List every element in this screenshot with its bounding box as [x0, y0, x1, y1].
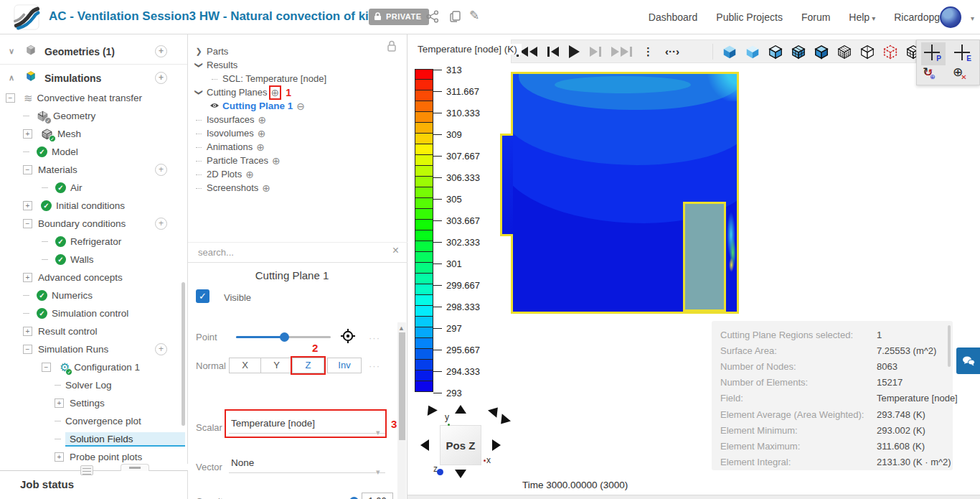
- sidebar-item-geometries[interactable]: ∨ Geometries (1) +: [0, 40, 187, 62]
- pick-center-icon[interactable]: ⊕✕: [953, 65, 967, 81]
- job-status-panel[interactable]: Job status: [0, 470, 188, 499]
- scene-tree-item-isovolumes[interactable]: Isovolumes⊕: [188, 126, 403, 140]
- chevron-down-icon[interactable]: ∨: [9, 47, 19, 56]
- pick-point-button[interactable]: P: [921, 42, 946, 65]
- copy-project-icon[interactable]: [449, 10, 462, 23]
- play-button[interactable]: [569, 45, 580, 58]
- visible-checkbox[interactable]: ✓: [196, 289, 209, 303]
- sidebar-item-settings[interactable]: +Settings: [0, 394, 187, 412]
- remove-item-icon[interactable]: ⊖: [296, 101, 305, 111]
- scene-tree-item-2d-plots[interactable]: 2D Plots⊕: [188, 167, 403, 181]
- sidebar-item-initial-conditions[interactable]: +✓Initial conditions: [0, 197, 187, 215]
- sidebar-item-materials[interactable]: −Materials+: [0, 161, 187, 179]
- sidebar-item-result-control[interactable]: +Result control: [0, 322, 187, 340]
- normal-y-button[interactable]: Y: [260, 358, 293, 373]
- step-forward-button[interactable]: [590, 47, 601, 57]
- rotate-left-arrow[interactable]: [420, 439, 429, 451]
- point-slider-handle[interactable]: [280, 332, 289, 342]
- sidebar-item-solution-fields[interactable]: Solution Fields: [0, 430, 187, 448]
- point-options-icon[interactable]: ···: [369, 332, 380, 343]
- add-item-button[interactable]: +: [155, 218, 167, 230]
- scene-tree-item-cutting-plane-1[interactable]: Cutting Plane 1⊖: [188, 99, 403, 113]
- tree-expander-icon[interactable]: +: [23, 273, 32, 282]
- tree-expander-icon[interactable]: −: [6, 93, 15, 103]
- support-chat-tab[interactable]: [956, 348, 980, 374]
- avatar[interactable]: [940, 6, 961, 28]
- sidebar-item-model[interactable]: ✓Model: [0, 143, 187, 161]
- scene-tree-item-scl-temperature-node-[interactable]: SCL: Temperature [node]: [188, 72, 403, 85]
- tree-expander-icon[interactable]: +: [55, 398, 64, 408]
- visibility-eye-icon[interactable]: [209, 102, 220, 111]
- time-range-icon[interactable]: ‹··›: [665, 45, 679, 57]
- sidebar-item-mesh[interactable]: +✓Mesh: [0, 125, 187, 143]
- render-points-icon[interactable]: [882, 44, 898, 60]
- dropdown-arrow-icon[interactable]: ▾: [376, 467, 380, 477]
- chevron-down-icon[interactable]: ▾: [971, 14, 974, 22]
- sidebar-item-air[interactable]: ✓Air: [0, 179, 187, 197]
- tree-expander-icon[interactable]: +: [23, 327, 32, 336]
- normal-z-button[interactable]: Z: [292, 358, 324, 373]
- nav-forum[interactable]: Forum: [801, 11, 830, 23]
- sidebar-item-probe-point-plots[interactable]: +Probe point plots: [0, 448, 187, 464]
- roll-ccw-arrow[interactable]: [496, 414, 511, 427]
- add-cutting-planes-icon[interactable]: ⊕: [271, 88, 280, 98]
- tree-expander-icon[interactable]: +: [55, 452, 64, 462]
- view-face-button[interactable]: Pos Z: [440, 425, 481, 465]
- scene-tree-item-animations[interactable]: Animations⊕: [188, 140, 403, 154]
- sidebar-item-numerics[interactable]: ✓Numerics: [0, 286, 187, 304]
- render-outline-icon[interactable]: [814, 44, 829, 60]
- nav-username[interactable]: Ricardopg: [894, 11, 940, 23]
- scene-tree-item-isosurfaces[interactable]: Isosurfaces⊕: [188, 113, 403, 126]
- scene-tree-item-cutting-planes[interactable]: ❯Cutting Planes⊕1: [188, 85, 403, 99]
- tree-expander-icon[interactable]: +: [23, 129, 32, 139]
- search-input[interactable]: [198, 245, 381, 260]
- nav-public-projects[interactable]: Public Projects: [716, 11, 783, 23]
- normal-x-button[interactable]: X: [229, 358, 261, 373]
- point-slider[interactable]: [236, 336, 331, 338]
- render-wireframe-icon[interactable]: [859, 44, 875, 60]
- opacity-value-input[interactable]: 1.00: [362, 493, 393, 499]
- add-screenshots-icon[interactable]: ⊕: [262, 183, 270, 193]
- add-geometry-button[interactable]: +: [155, 45, 167, 57]
- tree-expander-icon[interactable]: −: [23, 165, 32, 174]
- pick-element-button[interactable]: E: [954, 45, 970, 63]
- render-viewport[interactable]: ⋮ ‹··› Temperature [node] (K) P E ↻↺⊕ ⊕✕…: [407, 34, 980, 499]
- rotate-right-arrow[interactable]: [492, 439, 501, 451]
- vector-dropdown[interactable]: None: [229, 455, 385, 473]
- add-particle-traces-icon[interactable]: ⊕: [272, 156, 281, 166]
- step-back-button[interactable]: [547, 47, 559, 57]
- sidebar-item-simulation-runs[interactable]: −Simulation Runs+: [0, 340, 187, 358]
- sidebar-item-boundary-conditions[interactable]: −Boundary conditions+: [0, 215, 187, 233]
- render-smooth-icon[interactable]: [745, 44, 760, 60]
- sidebar-item-refrigerator[interactable]: ✓Refrigerator: [0, 233, 187, 251]
- app-logo-icon[interactable]: [13, 4, 40, 30]
- pick-point-target-icon[interactable]: [340, 328, 356, 344]
- normal-options-icon[interactable]: ···: [369, 360, 380, 371]
- tree-expander-icon[interactable]: +: [23, 201, 32, 210]
- normal-inv-button[interactable]: Inv: [327, 358, 362, 373]
- share-icon[interactable]: [426, 10, 439, 23]
- chevron-down-icon[interactable]: ❯: [194, 88, 204, 98]
- add-item-button[interactable]: +: [155, 164, 167, 176]
- rotate-up-arrow[interactable]: [455, 405, 466, 414]
- sidebar-item-configuration-1[interactable]: −⚙✓Configuration 1: [0, 358, 187, 376]
- tree-expander-icon[interactable]: −: [23, 345, 32, 354]
- skip-to-end-button[interactable]: [611, 47, 632, 57]
- sidebar-scrollbar[interactable]: [182, 282, 185, 426]
- kitchen-cross-section[interactable]: [511, 72, 739, 314]
- chevron-down-icon[interactable]: ❯: [194, 60, 204, 70]
- settings-scrollbar-thumb[interactable]: [399, 332, 405, 440]
- info-panel-scrollbar[interactable]: [948, 325, 951, 367]
- chevron-up-icon[interactable]: ∧: [9, 73, 19, 83]
- render-mesh-wire-icon[interactable]: [837, 44, 852, 60]
- rotate-axes-icon[interactable]: ↻↺⊕: [923, 65, 936, 80]
- add-2d-plots-icon[interactable]: ⊕: [245, 169, 254, 179]
- sidebar-item-advanced-concepts[interactable]: +Advanced concepts: [0, 269, 187, 286]
- pan-up-arrow[interactable]: [423, 403, 438, 416]
- sidebar-item-convective-heat-transfer[interactable]: −≋Convective heat transfer: [0, 89, 187, 107]
- render-surface-edges-icon[interactable]: [768, 44, 783, 60]
- tree-expander-icon[interactable]: −: [23, 219, 32, 228]
- edit-title-icon[interactable]: ✎: [469, 8, 482, 21]
- add-simulation-button[interactable]: +: [155, 72, 167, 84]
- sidebar-item-convergence-plot[interactable]: Convergence plot: [0, 412, 187, 430]
